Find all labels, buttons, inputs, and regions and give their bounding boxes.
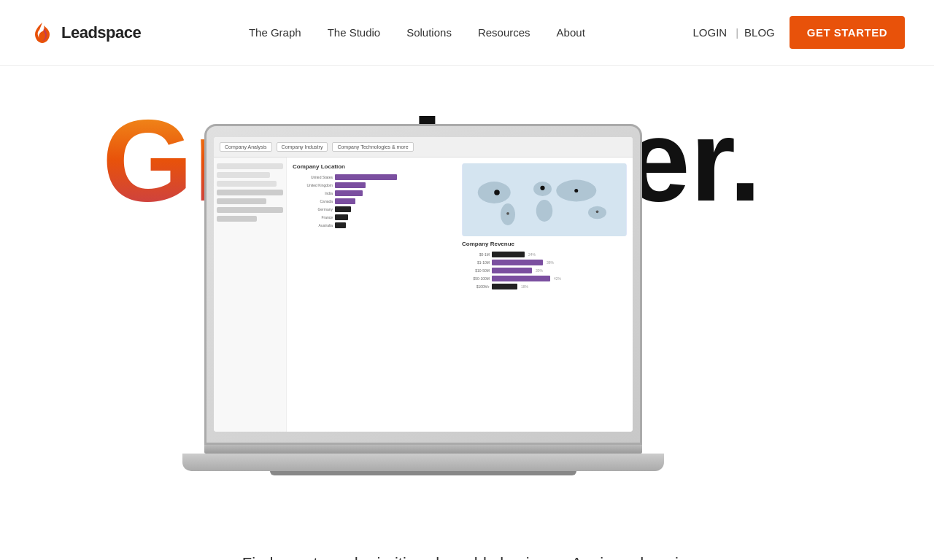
- logo-link[interactable]: Leadspace: [29, 20, 141, 46]
- svg-point-10: [506, 212, 509, 215]
- laptop-display: Company Analysis Company Industry Compan…: [214, 137, 633, 432]
- rev-bar-row-5: $100M+ 18%: [462, 284, 627, 289]
- bar-fill-3: [335, 190, 363, 196]
- main-nav: Leadspace The Graph The Studio Solutions…: [0, 0, 934, 66]
- svg-point-7: [494, 190, 500, 195]
- rev-bar-row-3: $10-50M 30%: [462, 268, 627, 273]
- screen-tab-2: Company Industry: [277, 142, 328, 152]
- laptop-hinge: [204, 445, 642, 454]
- world-map: [462, 163, 627, 236]
- login-link[interactable]: LOGIN: [692, 26, 730, 39]
- bar-chart-location: United States United Kingdom India: [293, 174, 458, 228]
- rev-bar-fill-3: [492, 268, 532, 273]
- nav-item-solutions[interactable]: Solutions: [406, 26, 452, 39]
- bar-row-2: United Kingdom: [293, 182, 458, 188]
- rev-bar-label-3: $10-50M: [462, 268, 490, 273]
- right-charts: Company Revenue $0-1M 24% $1-10M: [462, 163, 627, 426]
- bar-label-1: United States: [293, 175, 333, 179]
- chart-title: Company Location: [293, 163, 458, 170]
- rev-bar-row-1: $0-1M 24%: [462, 252, 627, 257]
- hero-section: Grow better. Company Analysis Company In…: [0, 66, 934, 532]
- rev-bar-label-4: $50-100M: [462, 276, 490, 281]
- bar-fill-5: [335, 206, 351, 212]
- leadspace-logo-icon: [29, 20, 55, 46]
- location-chart: Company Location United States United Ki…: [293, 163, 458, 426]
- laptop-screen-area: Company Analysis Company Industry Compan…: [204, 124, 642, 445]
- svg-point-4: [536, 200, 553, 222]
- svg-point-8: [540, 186, 544, 190]
- rev-bar-pct-5: 18%: [521, 284, 528, 289]
- nav-link-about[interactable]: About: [557, 26, 585, 39]
- svg-point-11: [596, 210, 599, 213]
- rev-bar-label-2: $1-10M: [462, 260, 490, 265]
- map-svg: [462, 163, 627, 236]
- screen-main-content: Company Location United States United Ki…: [287, 158, 633, 432]
- bar-label-5: Germany: [293, 207, 333, 211]
- laptop-base: [182, 454, 664, 471]
- bar-label-7: Australia: [293, 223, 333, 228]
- bar-fill-2: [335, 182, 366, 188]
- rev-bar-pct-4: 42%: [554, 276, 561, 281]
- screen-sidebar: [214, 158, 287, 432]
- nav-link-solutions[interactable]: Solutions: [406, 26, 452, 39]
- svg-point-9: [574, 189, 578, 192]
- subheadline-section: Find, create and prioritize closeable bu…: [0, 532, 934, 560]
- bar-label-6: France: [293, 215, 333, 219]
- rev-bar-fill-5: [492, 284, 517, 289]
- screen-body: Company Location United States United Ki…: [214, 158, 633, 432]
- nav-item-about[interactable]: About: [557, 26, 585, 39]
- bar-row-6: France: [293, 214, 458, 220]
- bar-row-1: United States: [293, 174, 458, 180]
- blog-link[interactable]: BLOG: [744, 26, 787, 39]
- bar-label-2: United Kingdom: [293, 183, 333, 187]
- nav-divider: |: [733, 26, 741, 39]
- nav-link-resources[interactable]: Resources: [478, 26, 530, 39]
- screen-tab-1: Company Analysis: [220, 142, 272, 152]
- rev-bar-pct-1: 24%: [528, 252, 536, 257]
- bar-fill-4: [335, 198, 355, 204]
- nav-item-resources[interactable]: Resources: [478, 26, 530, 39]
- logo-text: Leadspace: [61, 23, 141, 42]
- bar-chart-revenue: $0-1M 24% $1-10M 38%: [462, 252, 627, 289]
- bar-row-3: India: [293, 190, 458, 196]
- nav-link-the-studio[interactable]: The Studio: [328, 26, 381, 39]
- laptop-foot: [270, 471, 576, 475]
- bar-label-4: Canada: [293, 199, 333, 203]
- nav-item-the-graph[interactable]: The Graph: [249, 26, 301, 39]
- rev-bar-row-2: $1-10M 38%: [462, 260, 627, 265]
- hero-laptop-image: Company Analysis Company Industry Compan…: [204, 124, 642, 474]
- bar-label-3: India: [293, 191, 333, 195]
- rev-bar-row-4: $50-100M 42%: [462, 276, 627, 281]
- bar-fill-7: [335, 222, 346, 228]
- rev-bar-fill-2: [492, 260, 543, 265]
- bar-row-7: Australia: [293, 222, 458, 228]
- rev-bar-pct-2: 38%: [547, 260, 554, 265]
- bar-fill-1: [335, 174, 397, 180]
- bar-row-4: Canada: [293, 198, 458, 204]
- subheadline-text: Find, create and prioritize closeable bu…: [29, 554, 905, 560]
- get-started-button[interactable]: GET STARTED: [790, 16, 905, 49]
- rev-bar-label-5: $100M+: [462, 284, 490, 289]
- rev-bar-label-1: $0-1M: [462, 252, 490, 257]
- rev-bar-fill-1: [492, 252, 525, 257]
- rev-bar-fill-4: [492, 276, 550, 281]
- nav-link-the-graph[interactable]: The Graph: [249, 26, 301, 39]
- nav-item-the-studio[interactable]: The Studio: [328, 26, 381, 39]
- chart-area: Company Location United States United Ki…: [293, 163, 627, 426]
- bar-fill-6: [335, 214, 348, 220]
- nav-links: The Graph The Studio Solutions Resources…: [249, 26, 585, 39]
- nav-right: LOGIN | BLOG GET STARTED: [692, 16, 905, 49]
- screen-tab-3: Company Technologies & more: [332, 142, 413, 152]
- revenue-chart-title: Company Revenue: [462, 241, 627, 247]
- screen-tabs: Company Analysis Company Industry Compan…: [214, 137, 633, 158]
- bar-row-5: Germany: [293, 206, 458, 212]
- rev-bar-pct-3: 30%: [536, 268, 543, 273]
